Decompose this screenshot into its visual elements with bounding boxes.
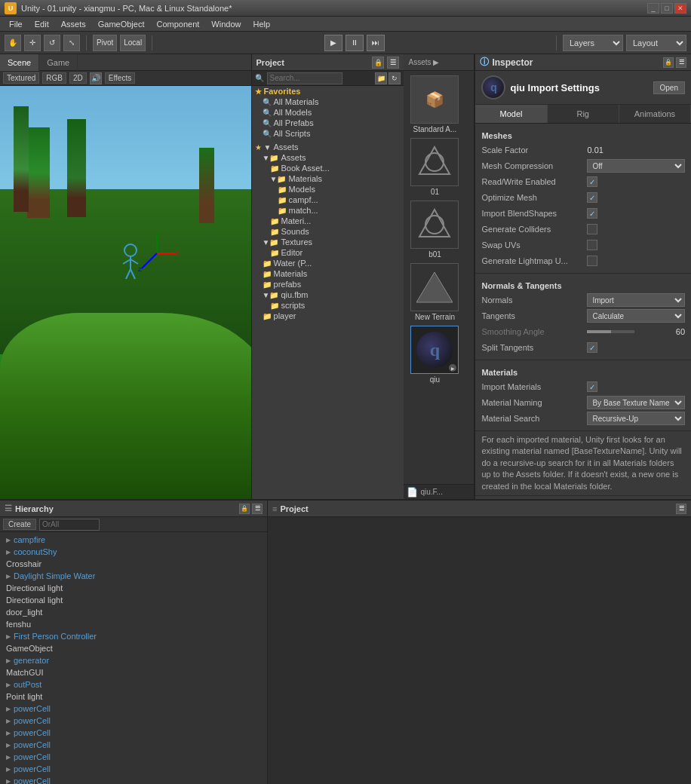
mesh-compression-dropdown[interactable]: Off bbox=[587, 159, 685, 173]
smoothing-slider-thumb[interactable] bbox=[587, 328, 610, 335]
all-models-item[interactable]: 🔍 All Models bbox=[252, 107, 404, 118]
sync-icon[interactable]: ↻ bbox=[388, 72, 401, 84]
asset-item-qiu[interactable]: q ▶ qiu bbox=[408, 326, 461, 384]
materials2-item[interactable]: 📁 Water (P... bbox=[252, 258, 404, 268]
inspector-menu-icon[interactable]: ☰ bbox=[676, 57, 686, 68]
maximize-button[interactable]: □ bbox=[661, 3, 673, 14]
hier-item-powercell-7[interactable]: ▶ powerCell bbox=[0, 775, 267, 784]
asset-item-standard[interactable]: 📦 Standard A... bbox=[408, 75, 461, 133]
effects-button[interactable]: Effects bbox=[105, 72, 135, 84]
create-button[interactable]: Create bbox=[3, 519, 36, 530]
material-search-dropdown[interactable]: Recursive-Up bbox=[587, 412, 685, 425]
layers-dropdown[interactable]: Layers bbox=[563, 35, 623, 51]
move-tool-button[interactable]: ✛ bbox=[24, 35, 41, 51]
hier-item-door-light[interactable]: door_light bbox=[0, 606, 267, 618]
standard-a-item[interactable]: 📁 player bbox=[252, 311, 404, 321]
read-write-checkbox[interactable]: ✓ bbox=[587, 176, 597, 187]
play-button[interactable]: ▶ bbox=[324, 35, 342, 51]
hierarchy-search-input[interactable] bbox=[39, 519, 100, 531]
all-materials-item[interactable]: 🔍 All Materials bbox=[252, 96, 404, 107]
materi-item[interactable]: 📁 match... bbox=[252, 205, 404, 216]
hier-item-crosshair[interactable]: Crosshair bbox=[0, 558, 267, 570]
all-scripts-item[interactable]: 🔍 All Scripts bbox=[252, 128, 404, 139]
materials-item[interactable]: 📁 Book Asset... bbox=[252, 163, 404, 173]
2d-button[interactable]: 2D bbox=[69, 72, 87, 84]
smoothing-slider-track[interactable] bbox=[587, 330, 634, 333]
hier-item-directional-light-1[interactable]: Directional light bbox=[0, 582, 267, 594]
optimize-mesh-checkbox[interactable]: ✓ bbox=[587, 192, 597, 203]
models-item[interactable]: ▼📁 Materials bbox=[252, 173, 404, 184]
hier-item-powercell-2[interactable]: ▶ powerCell bbox=[0, 715, 267, 727]
hand-tool-button[interactable]: ✋ bbox=[5, 35, 21, 51]
hier-item-generator[interactable]: ▶ generator bbox=[0, 654, 267, 666]
textures-item[interactable]: 📁 Sounds bbox=[252, 226, 404, 237]
game-tab[interactable]: Game bbox=[39, 54, 78, 71]
scene-canvas[interactable]: X Y Z Persp bbox=[0, 86, 252, 499]
assets-root-item[interactable]: ★ ▼ Assets bbox=[252, 142, 404, 152]
hier-item-coconutshy[interactable]: ▶ coconutShy bbox=[0, 546, 267, 558]
swap-uvs-checkbox[interactable] bbox=[587, 240, 597, 250]
generate-colliders-checkbox[interactable] bbox=[587, 224, 597, 234]
rig-tab[interactable]: Rig bbox=[548, 105, 619, 123]
animations-tab[interactable]: Animations bbox=[619, 105, 691, 123]
close-button[interactable]: ✕ bbox=[674, 3, 686, 14]
prefabs-item[interactable]: 📁 Materials bbox=[252, 268, 404, 279]
hierarchy-menu-icon[interactable]: ☰ bbox=[252, 504, 263, 514]
pause-button[interactable]: ⏸ bbox=[346, 35, 364, 51]
menu-gameobject[interactable]: GameObject bbox=[92, 19, 151, 29]
minimize-button[interactable]: _ bbox=[647, 3, 659, 14]
favorites-section[interactable]: ★ Favorites bbox=[252, 86, 404, 96]
hier-item-first-person[interactable]: ▶ First Person Controller bbox=[0, 630, 267, 642]
hier-item-point-light[interactable]: Point light bbox=[0, 691, 267, 703]
material-naming-dropdown[interactable]: By Base Texture Name bbox=[587, 396, 685, 409]
asset-item-01[interactable]: 01 bbox=[408, 138, 461, 196]
editor-item[interactable]: ▼📁 Textures bbox=[252, 237, 404, 247]
normals-dropdown[interactable]: Import bbox=[587, 293, 685, 307]
scene-tab[interactable]: Scene bbox=[0, 54, 39, 71]
menu-assets[interactable]: Assets bbox=[55, 19, 92, 29]
hier-item-outpost[interactable]: ▶ outPost bbox=[0, 678, 267, 691]
layout-dropdown[interactable]: Layout bbox=[626, 35, 686, 51]
pivot-button[interactable]: Pivot bbox=[93, 35, 117, 51]
hier-item-powercell-4[interactable]: ▶ powerCell bbox=[0, 739, 267, 751]
menu-component[interactable]: Component bbox=[150, 19, 205, 29]
bottom-panel-menu[interactable]: ☰ bbox=[676, 504, 686, 514]
menu-edit[interactable]: Edit bbox=[29, 19, 55, 29]
all-prefabs-item[interactable]: 🔍 All Prefabs bbox=[252, 118, 404, 128]
import-materials-checkbox[interactable]: ✓ bbox=[587, 381, 597, 392]
new-folder-icon[interactable]: 📁 bbox=[375, 72, 387, 84]
hier-item-powercell-3[interactable]: ▶ powerCell bbox=[0, 727, 267, 739]
hier-item-matchgui[interactable]: MatchGUI bbox=[0, 666, 267, 678]
hier-item-powercell-1[interactable]: ▶ powerCell bbox=[0, 703, 267, 715]
textured-button[interactable]: Textured bbox=[3, 72, 39, 84]
project-lock-icon[interactable]: 🔒 bbox=[372, 57, 384, 69]
asset-item-terrain[interactable]: New Terrain bbox=[408, 263, 461, 321]
asset-item-b01[interactable]: b01 bbox=[408, 201, 461, 259]
scripts-item[interactable]: ▼📁 qiu.fbm bbox=[252, 289, 404, 300]
rotate-tool-button[interactable]: ↺ bbox=[44, 35, 60, 51]
open-button[interactable]: Open bbox=[653, 81, 685, 94]
split-tangents-checkbox[interactable]: ✓ bbox=[587, 342, 597, 353]
model-tab[interactable]: Model bbox=[475, 105, 547, 123]
campf-item[interactable]: 📁 Models bbox=[252, 184, 404, 194]
hier-item-fenshu[interactable]: fenshu bbox=[0, 618, 267, 630]
hierarchy-lock-icon[interactable]: 🔒 bbox=[239, 504, 250, 514]
project-menu-icon[interactable]: ☰ bbox=[387, 57, 399, 69]
menu-help[interactable]: Help bbox=[247, 19, 276, 29]
tangents-dropdown[interactable]: Calculate bbox=[587, 309, 685, 323]
player-item[interactable]: 📁 scripts bbox=[252, 300, 404, 311]
sounds-item[interactable]: 📁 Materi... bbox=[252, 216, 404, 226]
book-assets-item[interactable]: ▼📁 Assets bbox=[252, 152, 404, 163]
inspector-lock-icon[interactable]: 🔒 bbox=[663, 57, 674, 68]
audio-button[interactable]: 🔊 bbox=[90, 72, 102, 84]
hier-item-powercell-6[interactable]: ▶ powerCell bbox=[0, 763, 267, 775]
menu-window[interactable]: Window bbox=[205, 19, 247, 29]
match-item[interactable]: 📁 campf... bbox=[252, 194, 404, 205]
hier-item-powercell-5[interactable]: ▶ powerCell bbox=[0, 751, 267, 763]
rgb-button[interactable]: RGB bbox=[42, 72, 66, 84]
step-button[interactable]: ⏭ bbox=[367, 35, 385, 51]
hier-item-gameobject[interactable]: GameObject bbox=[0, 642, 267, 654]
hier-item-campfire[interactable]: ▶ campfire bbox=[0, 534, 267, 546]
local-button[interactable]: Local bbox=[120, 35, 146, 51]
import-blendshapes-checkbox[interactable]: ✓ bbox=[587, 208, 597, 219]
